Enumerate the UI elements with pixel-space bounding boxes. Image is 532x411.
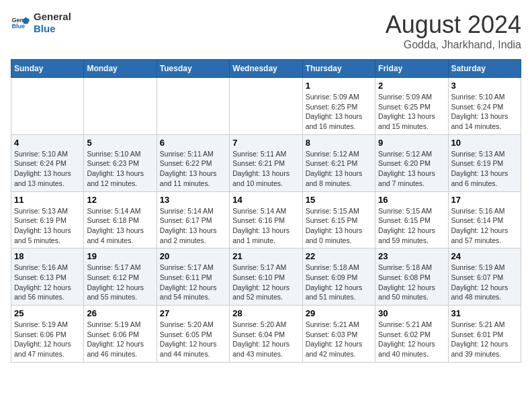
day-number: 20 <box>160 251 226 261</box>
calendar-cell: 18Sunrise: 5:16 AM Sunset: 6:13 PM Dayli… <box>11 248 84 306</box>
day-info: Sunrise: 5:20 AM Sunset: 6:05 PM Dayligh… <box>160 320 226 359</box>
day-info: Sunrise: 5:10 AM Sunset: 6:24 PM Dayligh… <box>451 92 518 132</box>
page-title: August 2024 <box>386 11 521 39</box>
weekday-header: Tuesday <box>157 60 229 78</box>
calendar-cell: 27Sunrise: 5:20 AM Sunset: 6:05 PM Dayli… <box>157 306 229 363</box>
day-info: Sunrise: 5:21 AM Sunset: 6:02 PM Dayligh… <box>378 320 445 359</box>
calendar-cell: 1Sunrise: 5:09 AM Sunset: 6:25 PM Daylig… <box>302 78 375 135</box>
calendar-cell: 6Sunrise: 5:11 AM Sunset: 6:22 PM Daylig… <box>157 134 229 191</box>
day-number: 8 <box>306 138 372 148</box>
title-block: August 2024 Godda, Jharkhand, India <box>386 11 521 51</box>
day-info: Sunrise: 5:14 AM Sunset: 6:17 PM Dayligh… <box>160 206 226 246</box>
day-info: Sunrise: 5:21 AM Sunset: 6:03 PM Dayligh… <box>306 320 372 359</box>
day-number: 6 <box>160 138 226 148</box>
calendar-cell <box>230 78 302 135</box>
logo-icon: General Blue <box>11 13 30 32</box>
weekday-header: Wednesday <box>230 60 302 78</box>
calendar-cell: 17Sunrise: 5:16 AM Sunset: 6:14 PM Dayli… <box>448 191 521 248</box>
day-number: 15 <box>306 195 372 205</box>
weekday-header: Friday <box>375 60 448 78</box>
day-info: Sunrise: 5:12 AM Sunset: 6:20 PM Dayligh… <box>378 149 445 189</box>
calendar-cell: 19Sunrise: 5:17 AM Sunset: 6:12 PM Dayli… <box>84 248 157 306</box>
day-info: Sunrise: 5:19 AM Sunset: 6:07 PM Dayligh… <box>451 263 518 302</box>
svg-text:Blue: Blue <box>11 23 25 30</box>
day-info: Sunrise: 5:10 AM Sunset: 6:24 PM Dayligh… <box>14 149 81 189</box>
day-info: Sunrise: 5:09 AM Sunset: 6:25 PM Dayligh… <box>306 92 372 132</box>
day-info: Sunrise: 5:17 AM Sunset: 6:10 PM Dayligh… <box>232 263 299 302</box>
day-info: Sunrise: 5:16 AM Sunset: 6:14 PM Dayligh… <box>451 206 518 246</box>
day-info: Sunrise: 5:16 AM Sunset: 6:13 PM Dayligh… <box>14 263 81 302</box>
day-number: 27 <box>160 308 226 318</box>
day-number: 5 <box>87 138 153 148</box>
logo: General Blue General Blue <box>11 11 71 35</box>
calendar-cell: 25Sunrise: 5:19 AM Sunset: 6:06 PM Dayli… <box>11 306 84 363</box>
day-info: Sunrise: 5:18 AM Sunset: 6:09 PM Dayligh… <box>306 263 372 302</box>
day-number: 14 <box>232 195 299 205</box>
day-info: Sunrise: 5:15 AM Sunset: 6:15 PM Dayligh… <box>378 206 445 246</box>
calendar-cell: 31Sunrise: 5:21 AM Sunset: 6:01 PM Dayli… <box>448 306 521 363</box>
day-number: 11 <box>14 195 81 205</box>
calendar-cell: 30Sunrise: 5:21 AM Sunset: 6:02 PM Dayli… <box>375 306 448 363</box>
day-number: 16 <box>378 195 445 205</box>
day-info: Sunrise: 5:17 AM Sunset: 6:11 PM Dayligh… <box>160 263 226 302</box>
day-info: Sunrise: 5:18 AM Sunset: 6:08 PM Dayligh… <box>378 263 445 302</box>
day-info: Sunrise: 5:14 AM Sunset: 6:16 PM Dayligh… <box>232 206 299 246</box>
page-header: General Blue General Blue August 2024 Go… <box>11 11 521 51</box>
day-info: Sunrise: 5:19 AM Sunset: 6:06 PM Dayligh… <box>14 320 81 359</box>
calendar-cell: 2Sunrise: 5:09 AM Sunset: 6:25 PM Daylig… <box>375 78 448 135</box>
day-number: 25 <box>14 308 81 318</box>
day-number: 13 <box>160 195 226 205</box>
day-number: 29 <box>306 308 372 318</box>
day-number: 18 <box>14 251 81 261</box>
calendar-cell: 28Sunrise: 5:20 AM Sunset: 6:04 PM Dayli… <box>230 306 302 363</box>
calendar-cell: 11Sunrise: 5:13 AM Sunset: 6:19 PM Dayli… <box>11 191 84 248</box>
day-info: Sunrise: 5:13 AM Sunset: 6:19 PM Dayligh… <box>14 206 81 246</box>
calendar-cell: 8Sunrise: 5:12 AM Sunset: 6:21 PM Daylig… <box>302 134 375 191</box>
calendar-cell: 29Sunrise: 5:21 AM Sunset: 6:03 PM Dayli… <box>302 306 375 363</box>
calendar-cell: 14Sunrise: 5:14 AM Sunset: 6:16 PM Dayli… <box>230 191 302 248</box>
calendar-cell <box>157 78 229 135</box>
day-info: Sunrise: 5:21 AM Sunset: 6:01 PM Dayligh… <box>451 320 518 359</box>
calendar-week-row: 25Sunrise: 5:19 AM Sunset: 6:06 PM Dayli… <box>11 306 521 363</box>
calendar-week-row: 18Sunrise: 5:16 AM Sunset: 6:13 PM Dayli… <box>11 248 521 306</box>
calendar-week-row: 11Sunrise: 5:13 AM Sunset: 6:19 PM Dayli… <box>11 191 521 248</box>
calendar-cell: 20Sunrise: 5:17 AM Sunset: 6:11 PM Dayli… <box>157 248 229 306</box>
day-number: 21 <box>232 251 299 261</box>
weekday-header: Monday <box>84 60 157 78</box>
day-info: Sunrise: 5:10 AM Sunset: 6:23 PM Dayligh… <box>87 149 153 189</box>
logo-general: General <box>34 11 71 23</box>
calendar-cell: 5Sunrise: 5:10 AM Sunset: 6:23 PM Daylig… <box>84 134 157 191</box>
day-info: Sunrise: 5:09 AM Sunset: 6:25 PM Dayligh… <box>378 92 445 132</box>
day-number: 28 <box>232 308 299 318</box>
calendar-cell: 3Sunrise: 5:10 AM Sunset: 6:24 PM Daylig… <box>448 78 521 135</box>
day-info: Sunrise: 5:13 AM Sunset: 6:19 PM Dayligh… <box>451 149 518 189</box>
day-info: Sunrise: 5:11 AM Sunset: 6:21 PM Dayligh… <box>232 149 299 189</box>
day-info: Sunrise: 5:15 AM Sunset: 6:15 PM Dayligh… <box>306 206 372 246</box>
calendar-cell: 21Sunrise: 5:17 AM Sunset: 6:10 PM Dayli… <box>230 248 302 306</box>
day-number: 30 <box>378 308 445 318</box>
calendar-week-row: 4Sunrise: 5:10 AM Sunset: 6:24 PM Daylig… <box>11 134 521 191</box>
day-number: 7 <box>232 138 299 148</box>
day-number: 17 <box>451 195 518 205</box>
calendar-cell <box>84 78 157 135</box>
day-info: Sunrise: 5:17 AM Sunset: 6:12 PM Dayligh… <box>87 263 153 302</box>
calendar-cell: 16Sunrise: 5:15 AM Sunset: 6:15 PM Dayli… <box>375 191 448 248</box>
day-number: 19 <box>87 251 153 261</box>
calendar-cell: 26Sunrise: 5:19 AM Sunset: 6:06 PM Dayli… <box>84 306 157 363</box>
weekday-header: Sunday <box>11 60 84 78</box>
page-subtitle: Godda, Jharkhand, India <box>386 39 521 51</box>
day-number: 3 <box>451 81 518 91</box>
calendar-cell: 23Sunrise: 5:18 AM Sunset: 6:08 PM Dayli… <box>375 248 448 306</box>
logo-blue: Blue <box>34 23 71 35</box>
day-info: Sunrise: 5:19 AM Sunset: 6:06 PM Dayligh… <box>87 320 153 359</box>
calendar-cell: 22Sunrise: 5:18 AM Sunset: 6:09 PM Dayli… <box>302 248 375 306</box>
day-info: Sunrise: 5:11 AM Sunset: 6:22 PM Dayligh… <box>160 149 226 189</box>
day-number: 4 <box>14 138 81 148</box>
day-info: Sunrise: 5:12 AM Sunset: 6:21 PM Dayligh… <box>306 149 372 189</box>
calendar-cell: 4Sunrise: 5:10 AM Sunset: 6:24 PM Daylig… <box>11 134 84 191</box>
calendar-cell: 9Sunrise: 5:12 AM Sunset: 6:20 PM Daylig… <box>375 134 448 191</box>
calendar-cell: 15Sunrise: 5:15 AM Sunset: 6:15 PM Dayli… <box>302 191 375 248</box>
day-number: 12 <box>87 195 153 205</box>
day-number: 24 <box>451 251 518 261</box>
day-number: 1 <box>306 81 372 91</box>
